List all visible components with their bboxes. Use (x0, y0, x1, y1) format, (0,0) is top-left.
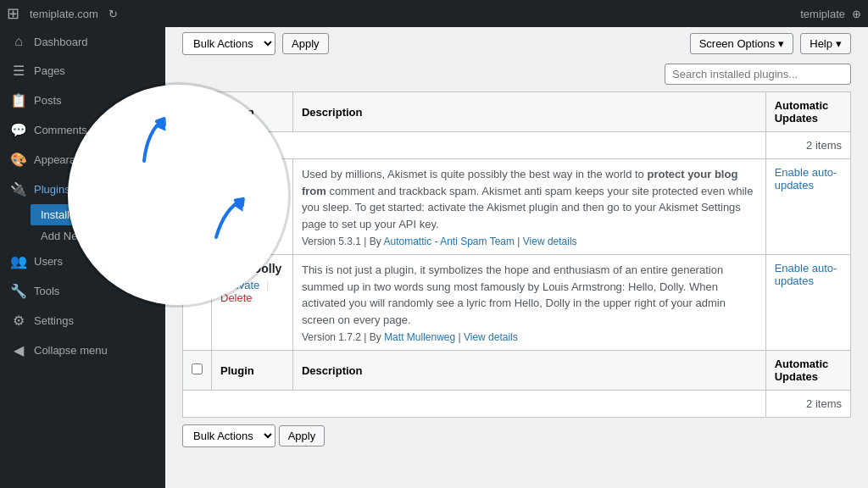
update-icon[interactable]: ↻ (108, 8, 118, 20)
plugin-meta: Version 1.7.2 | By Matt Mullenweg | View… (302, 331, 757, 343)
sidebar-item-label: Plugins (34, 183, 70, 196)
plugin-name-cell: Hello Dolly Activate | Delete (212, 255, 293, 351)
select-all-checkbox-footer[interactable] (192, 363, 203, 374)
pages-icon: ☰ (10, 63, 27, 79)
sidebar-item-dashboard[interactable]: ⌂ Dashboard (0, 27, 165, 56)
activate-link[interactable]: Activate (220, 197, 259, 209)
help-label: Help (810, 37, 832, 50)
author-link[interactable]: Matt Mullenweg (384, 331, 455, 343)
sidebar-item-plugins[interactable]: 🔌 Plugins (0, 175, 165, 204)
item-count-display-bottom: 2 items (765, 391, 850, 418)
user-icon[interactable]: ⊕ (852, 8, 861, 20)
item-count-display-top: 2 items (765, 132, 850, 159)
plugin-meta: Version 5.3.1 | By Automattic - Anti Spa… (302, 236, 757, 247)
chevron-down-icon: ▾ (836, 37, 842, 50)
sidebar-item-tools[interactable]: 🔧 Tools (0, 276, 165, 306)
plugin-checkbox[interactable] (192, 262, 203, 273)
select-all-checkbox[interactable] (192, 105, 203, 116)
bottom-bar: Bulk Actions Apply (165, 418, 868, 454)
dashboard-icon: ⌂ (10, 34, 27, 49)
installed-plugins-label: Installed Plugins (41, 208, 121, 221)
plugins-icon: 🔌 (10, 181, 27, 197)
plugin-description-cell: This is not just a plugin, it symbolizes… (292, 255, 765, 351)
sidebar-item-posts[interactable]: 📋 Posts (0, 86, 165, 115)
screen-options-label: Screen Options (699, 37, 776, 50)
sidebar-item-label: Dashboard (34, 36, 88, 48)
sidebar-item-installed-plugins[interactable]: Installed Plugins (31, 204, 165, 225)
plugin-column-footer: Plugin (212, 351, 293, 391)
sidebar-item-label: Posts (34, 94, 62, 107)
appearance-icon: 🎨 (10, 152, 27, 168)
table-row: Akismet Anti-Spam Activate | Delete Used… (183, 159, 851, 255)
description-column-header: Description (292, 92, 765, 132)
admin-bar-left: ⊞ temiplate.com ↻ (7, 4, 118, 23)
sidebar-item-label: Appearance (34, 153, 93, 166)
search-input[interactable] (665, 64, 851, 85)
auto-updates-column-footer: Automatic Updates (765, 351, 850, 391)
sidebar-item-users[interactable]: 👥 Users (0, 247, 165, 276)
sidebar-item-collapse[interactable]: ◀ Collapse menu (0, 336, 165, 365)
item-count-bottom (183, 391, 766, 418)
plugin-checkbox[interactable] (192, 166, 203, 177)
delete-link[interactable]: Delete (220, 291, 253, 304)
sidebar-item-label: Comments (34, 124, 87, 136)
wordpress-logo-icon[interactable]: ⊞ (7, 4, 19, 23)
top-bar-left: Bulk Actions Apply (182, 32, 329, 55)
add-new-label: Add New (41, 230, 86, 242)
plugin-actions: Activate | Delete (220, 197, 284, 222)
sidebar-item-pages[interactable]: ☰ Pages (0, 56, 165, 86)
activate-link[interactable]: Activate (220, 279, 259, 291)
delete-link[interactable]: Delete (220, 209, 253, 222)
sidebar-item-label: Settings (34, 314, 74, 327)
user-name: temiplate (800, 8, 845, 20)
admin-bar: ⊞ temiplate.com ↻ temiplate ⊕ (0, 0, 868, 27)
sidebar-item-label: Collapse menu (34, 344, 108, 357)
select-all-footer (183, 351, 212, 391)
plugin-description: Used by millions, Akismet is quite possi… (302, 166, 757, 232)
bulk-action-select-bottom[interactable]: Bulk Actions (182, 424, 275, 447)
auto-updates-cell: Enable auto-updates (765, 255, 850, 351)
screen-options-button[interactable]: Screen Options ▾ (690, 33, 794, 54)
plugin-description: This is not just a plugin, it symbolizes… (302, 262, 757, 328)
sidebar-item-label: Pages (34, 64, 65, 77)
separator: | (266, 279, 269, 291)
plugins-submenu: Installed Plugins Add New (0, 204, 165, 247)
settings-icon: ⚙ (10, 313, 27, 329)
site-name[interactable]: temiplate.com (30, 8, 98, 20)
main-content: Bulk Actions Apply Screen Options ▾ Help… (165, 0, 868, 488)
view-details-link[interactable]: View details (464, 331, 518, 343)
enable-auto-updates-link[interactable]: Enable auto-updates (775, 262, 837, 287)
sidebar-item-appearance[interactable]: 🎨 Appearance (0, 145, 165, 175)
description-column-footer: Description (292, 351, 765, 391)
plugin-description-cell: Used by millions, Akismet is quite possi… (292, 159, 765, 255)
bulk-action-select[interactable]: Bulk Actions (182, 32, 275, 55)
enable-auto-updates-link[interactable]: Enable auto-updates (775, 166, 837, 191)
tools-icon: 🔧 (10, 283, 27, 299)
separator: | (266, 197, 269, 209)
search-bar (165, 60, 868, 92)
top-bar-right: Screen Options ▾ Help ▾ (690, 33, 851, 54)
comments-icon: 💬 (10, 122, 27, 138)
help-button[interactable]: Help ▾ (800, 33, 851, 54)
plugin-name: Akismet Anti-Spam (220, 166, 284, 193)
sidebar-item-label: Users (34, 255, 63, 268)
apply-button-bottom[interactable]: Apply (279, 425, 326, 446)
sidebar-item-comments[interactable]: 💬 Comments (0, 115, 165, 145)
author-link[interactable]: Automattic - Anti Spam Team (383, 236, 515, 247)
sidebar-item-add-new[interactable]: Add New (31, 225, 165, 247)
plugin-name-cell: Akismet Anti-Spam Activate | Delete (212, 159, 293, 255)
plugin-name: Hello Dolly (220, 262, 284, 275)
chevron-down-icon: ▾ (778, 37, 784, 50)
admin-bar-right: temiplate ⊕ (800, 8, 861, 20)
table-row: Hello Dolly Activate | Delete This is no… (183, 255, 851, 351)
plugin-table: Plugin Description Automatic Updates 2 i… (182, 92, 851, 418)
top-bar: Bulk Actions Apply Screen Options ▾ Help… (165, 27, 868, 60)
row-checkbox-cell (183, 255, 212, 351)
sidebar-item-settings[interactable]: ⚙ Settings (0, 306, 165, 336)
item-count-top (183, 132, 766, 159)
apply-button[interactable]: Apply (282, 33, 329, 54)
view-details-link[interactable]: View details (523, 236, 577, 247)
users-icon: 👥 (10, 253, 27, 269)
sidebar: ⌂ Dashboard ☰ Pages 📋 Posts 💬 Comments 🎨… (0, 0, 165, 488)
row-checkbox-cell (183, 159, 212, 255)
